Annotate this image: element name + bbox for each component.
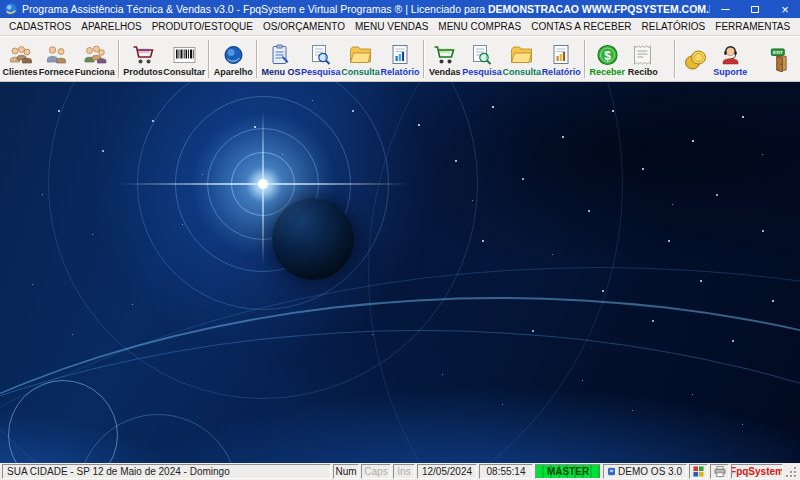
report-icon <box>549 43 574 67</box>
menu-compras[interactable]: MENU COMPRAS <box>433 20 526 33</box>
window-controls: × <box>710 0 800 18</box>
menu-ferramentas[interactable]: FERRAMENTAS <box>710 20 795 33</box>
menu-relatorios[interactable]: RELATÓRIOS <box>637 20 711 33</box>
status-location: SUA CIDADE - SP 12 de Maio de 2024 - Dom… <box>2 464 331 479</box>
titlebar: Programa Assistência Técnica & Vendas v3… <box>0 0 800 18</box>
coins-icon <box>683 48 708 72</box>
toolbar-label: Menu OS <box>261 67 300 77</box>
search-document-icon <box>469 43 494 67</box>
toolbar-button-relatorio-os[interactable]: Relatório <box>380 38 420 81</box>
menu-cadastros[interactable]: CADASTROS <box>4 20 76 33</box>
toolbar-button-sair[interactable]: EXIT <box>764 38 798 81</box>
toolbar-label: Pesquisa <box>462 67 502 77</box>
license-text: DEMONSTRACAO WWW.FPQSYSTEM.COM.BR <box>488 3 710 15</box>
toolbar-button-funcionarios[interactable]: Funciona <box>74 38 115 81</box>
window-title: Programa Assistência Técnica & Vendas v3… <box>22 3 710 15</box>
close-icon: × <box>781 3 789 16</box>
toolbar-separator <box>674 40 676 78</box>
toolbar-button-clientes[interactable]: Clientes <box>2 38 38 81</box>
menu-ajuda[interactable]: AJUDA <box>795 20 800 33</box>
printer-icon <box>714 466 726 477</box>
status-time: 08:55:14 <box>479 464 533 479</box>
minimize-icon <box>721 9 730 10</box>
toolbar-label: Funciona <box>75 67 115 77</box>
exit-door-icon: EXIT <box>769 48 794 72</box>
toolbar-label: Suporte <box>713 67 747 77</box>
toolbar-button-produtos[interactable]: Produtos <box>123 38 163 81</box>
svg-text:EXIT: EXIT <box>773 50 783 55</box>
maximize-icon <box>751 6 759 13</box>
toolbar-label: Consultar <box>163 67 205 77</box>
desktop-wallpaper <box>0 82 800 463</box>
toolbar-button-menu-os[interactable]: Menu OS <box>261 38 301 81</box>
menu-aparelhos[interactable]: APARELHOS <box>76 20 146 33</box>
minimize-button[interactable] <box>710 0 740 18</box>
wallpaper-star-glow <box>258 179 268 189</box>
status-printer-button[interactable] <box>710 464 729 479</box>
sales-cart-icon <box>432 43 457 67</box>
menubar: CADASTROS APARELHOS PRODUTO/ESTOQUE OS/O… <box>0 18 800 36</box>
toolbar-label: Pesquisa <box>301 67 341 77</box>
clients-people-icon <box>8 43 33 67</box>
toolbar-label: Vendas <box>429 67 461 77</box>
toolbar-button-pesquisa-os[interactable]: Pesquisa <box>301 38 341 81</box>
status-date: 12/05/2024 <box>417 464 477 479</box>
toolbar-label: Receber <box>590 67 626 77</box>
toolbar-button-moedas[interactable] <box>679 38 713 81</box>
demo-version-label: DEMO OS 3.0 <box>618 466 682 477</box>
receipt-icon <box>630 43 655 67</box>
toolbar-button-relatorio-vendas[interactable]: Relatório <box>541 38 581 81</box>
menu-produto-estoque[interactable]: PRODUTO/ESTOQUE <box>147 20 258 33</box>
app-icon <box>4 2 18 16</box>
toolbar-button-aparelho[interactable]: Aparelho <box>213 38 253 81</box>
toolbar-separator <box>423 40 425 78</box>
search-document-icon <box>308 43 333 67</box>
toolbar-button-consulta-vendas[interactable]: Consulta <box>502 38 541 81</box>
toolbar-button-recibo[interactable]: Recibo <box>626 38 660 81</box>
support-headset-icon <box>718 43 743 67</box>
barcode-icon <box>172 43 197 67</box>
wallpaper-stars <box>0 82 1 83</box>
wallpaper-dark-sphere <box>272 198 354 280</box>
toolbar-label: Consulta <box>502 67 541 77</box>
folder-icon <box>509 43 534 67</box>
maximize-button[interactable] <box>740 0 770 18</box>
toolbar-button-pesquisa-vendas[interactable]: Pesquisa <box>462 38 502 81</box>
menu-vendas[interactable]: MENU VENDAS <box>350 20 433 33</box>
svg-text:$: $ <box>604 48 611 62</box>
statusbar: SUA CIDADE - SP 12 de Maio de 2024 - Dom… <box>0 463 800 480</box>
demo-app-icon <box>608 466 615 477</box>
status-user-badge: MASTER <box>535 464 601 479</box>
menu-os-orcamento[interactable]: OS/ORÇAMENTO <box>258 20 350 33</box>
toolbar-label: Aparelho <box>214 67 253 77</box>
folder-icon <box>348 43 373 67</box>
suppliers-people-icon <box>44 43 69 67</box>
close-button[interactable]: × <box>770 0 800 18</box>
app-window: Programa Assistência Técnica & Vendas v3… <box>0 0 800 480</box>
status-num-lock: Num <box>333 464 359 479</box>
toolbar: Clientes Fornece Funciona <box>0 36 800 82</box>
toolbar-button-fornecedores[interactable]: Fornece <box>38 38 74 81</box>
resize-grip[interactable] <box>785 464 798 479</box>
status-insert: Ins <box>393 464 415 479</box>
menu-contas-a-receber[interactable]: CONTAS A RECEBER <box>526 20 636 33</box>
toolbar-button-receber[interactable]: $ Receber <box>589 38 626 81</box>
toolbar-label: Consulta <box>341 67 380 77</box>
toolbar-label: Relatório <box>381 67 420 77</box>
toolbar-button-vendas[interactable]: Vendas <box>428 38 462 81</box>
toolbar-label: Produtos <box>123 67 163 77</box>
toolbar-separator <box>256 40 258 78</box>
status-caps-lock: Caps <box>361 464 391 479</box>
os-clipboard-icon <box>268 43 293 67</box>
toolbar-separator <box>584 40 586 78</box>
toolbar-button-consulta-os[interactable]: Consulta <box>341 38 380 81</box>
toolbar-button-consultar-produto[interactable]: Consultar <box>163 38 205 81</box>
device-icon <box>221 43 246 67</box>
toolbar-separator <box>208 40 210 78</box>
toolbar-label: Fornece <box>39 67 74 77</box>
dollar-coin-icon: $ <box>595 43 620 67</box>
grid-icon <box>693 466 704 477</box>
employees-people-icon <box>82 43 107 67</box>
status-grid-button[interactable] <box>689 464 708 479</box>
toolbar-button-suporte[interactable]: Suporte <box>713 38 748 81</box>
